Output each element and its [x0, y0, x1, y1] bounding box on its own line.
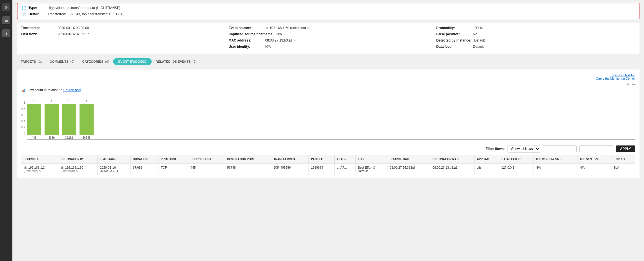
filter-input-1[interactable] — [543, 145, 577, 152]
tab-event-evidence[interactable]: EVENT EVIDENCE — [113, 58, 151, 65]
alert-detail-row: 📄 Detail: Transferred: 1.92 GiB, top pee… — [21, 12, 635, 16]
user-identity-label: User identity: — [229, 45, 263, 49]
first-flow-value: 2020-03-16 07:59:17 — [58, 32, 89, 36]
edit-row-icon[interactable]: ✎ — [39, 169, 41, 173]
bar-col-3389: 1 3389 — [45, 100, 59, 139]
col-packets: PACKETS — [309, 155, 335, 163]
bar-445 — [27, 104, 41, 135]
table-body: 🖥 192.168.1.2(unknown) ✎ 🖥 192.168.1.50(… — [21, 163, 635, 175]
query-monitoring-link[interactable]: Query the Monitoring Center — [596, 77, 635, 80]
col-destination-port: DESTINATION PORT — [225, 155, 271, 163]
cell-flags: ....AP... — [335, 163, 356, 175]
tab-categories[interactable]: CATEGORIES (0) — [78, 58, 113, 65]
event-source-label: Event source: — [229, 26, 263, 30]
filter-select[interactable]: Show all flows Filter by IP Filter by po… — [508, 145, 540, 153]
bars-row: 1 445 1 3389 1 39282 1 — [27, 105, 635, 139]
info-col-1: Timestamp: 2020-03-16 08:00:00 First flo… — [21, 26, 220, 51]
detail-value: Transferred: 1.92 GiB, top peer transfer… — [48, 12, 123, 16]
bar-col-445: 1 445 — [27, 100, 41, 139]
bar-col-39282: 1 39282 — [62, 100, 76, 139]
dest-ip-icon: 🖥 — [61, 166, 64, 169]
user-identity-row: User identity: N/A — [229, 45, 428, 49]
cell-source-port: 445 — [188, 163, 225, 175]
mac-value: 08:00:27:13:b3:a1 ✎ — [265, 38, 296, 42]
detected-value: Default — [474, 38, 485, 42]
cell-source-ip: 🖥 192.168.1.2(unknown) ✎ — [21, 163, 58, 175]
sidebar-info-icon[interactable]: ℹ — [2, 29, 10, 37]
captured-hostname-label: Captured source hostname: — [229, 32, 274, 36]
apply-button[interactable]: APPLY — [616, 145, 635, 152]
cell-packets: 1369674 — [309, 163, 335, 175]
mac-label: MAC address: — [229, 38, 263, 42]
x-axis-line — [27, 139, 635, 140]
cell-tcp-ttl: N/A — [612, 163, 635, 175]
col-duration: DURATION — [131, 155, 158, 163]
cell-tcp-syn: N/A — [577, 163, 612, 175]
edit-event-source-icon[interactable]: ✎ — [307, 27, 309, 30]
col-tcp-window: TCP WINDOW SIZE — [533, 155, 577, 163]
cell-destination-mac: 08:00:27:13:b3:a1 — [430, 163, 474, 175]
detail-label: Detail: — [28, 12, 45, 16]
false-positive-row: False positive: No — [436, 32, 636, 36]
cell-timestamp: 2020-03-1607:59:23.734 — [98, 163, 131, 175]
bar-56748 — [80, 104, 94, 135]
info-col-3: Probability: 100 % False positive: No De… — [436, 26, 636, 51]
y-axis: 1 0.8 0.6 0.4 0.2 0 — [21, 101, 25, 141]
info-grid: Timestamp: 2020-03-16 08:00:00 First flo… — [17, 23, 639, 54]
tab-related-ids[interactable]: RELATED IDS EVENTS (2) — [152, 58, 201, 65]
redo-button[interactable]: ↪ — [632, 82, 635, 86]
source-ip-icon: 🖥 — [24, 166, 27, 169]
chart-section: Save as a text file Query the Monitoring… — [17, 69, 639, 178]
cell-tos: Best Effort &Default — [356, 163, 387, 175]
info-col-2: Event source: 🖥 192.168.1.50 (unknown) ✎… — [229, 26, 428, 51]
col-source-ip: SOURCE IP — [21, 155, 58, 163]
chart-title-link[interactable]: Source port — [63, 88, 81, 92]
sidebar-list-icon[interactable]: ☰ — [2, 16, 10, 24]
probability-value: 100 % — [473, 26, 482, 30]
detected-row: Detected by instance: Default — [436, 38, 636, 42]
col-app-tag: APP TAG — [475, 155, 499, 163]
undo-button[interactable]: ↩ — [627, 82, 630, 86]
cell-tcp-window: N/A — [533, 163, 577, 175]
col-protocol: PROTOCOL — [158, 155, 188, 163]
main-content: 🌐 Type: High volume of transferred data … — [12, 0, 644, 261]
timestamp-label: Timestamp: — [21, 26, 55, 30]
chart-icon: 📊 — [21, 88, 26, 92]
bar-39282 — [62, 104, 76, 135]
sidebar-settings-icon[interactable]: ⚙ — [2, 3, 10, 11]
probability-label: Probability: — [436, 26, 470, 30]
col-transferred: TRANSFERRED — [271, 155, 309, 163]
edit-dest-icon[interactable]: ✎ — [76, 169, 78, 173]
col-source-mac: SOURCE MAC — [387, 155, 430, 163]
col-tcp-syn: TCP SYN SIZE — [577, 155, 612, 163]
tab-targets[interactable]: TARGETS (1) — [17, 58, 46, 65]
timestamp-value: 2020-03-16 08:00:00 — [58, 26, 89, 30]
event-source-value: 🖥 192.168.1.50 (unknown) ✎ — [265, 26, 309, 30]
cell-app-tag: cifs — [475, 163, 499, 175]
data-feed-row: Data feed: Default — [436, 45, 636, 49]
chart-title-text: Flow count — [27, 88, 43, 92]
top-right-links: Save as a text file Query the Monitoring… — [21, 73, 635, 81]
save-text-file-link[interactable]: Save as a text file — [610, 73, 635, 77]
type-value: High volume of transferred data (HIGHTRA… — [48, 6, 120, 10]
col-timestamp: TIMESTAMP — [98, 155, 131, 163]
chart-title-prefix: in relation to — [44, 88, 63, 92]
col-tos: TOS — [356, 155, 387, 163]
flows-table-container: SOURCE IP DESTINATION IP TIMESTAMP DURAT… — [21, 155, 635, 175]
doc-icon: 📄 — [21, 12, 26, 16]
bar-chart: 1 0.8 0.6 0.4 0.2 0 1 445 1 33 — [21, 95, 635, 141]
filter-input-2[interactable] — [579, 145, 613, 152]
bar-col-56748: 1 56748 — [80, 100, 94, 139]
cell-destination-port: 56748 — [225, 163, 271, 175]
undo-redo: ↩ ↪ — [21, 82, 635, 86]
chart-title: 📊 Flow count in relation to Source port — [21, 88, 635, 92]
tab-comments[interactable]: COMMENTS (0) — [46, 58, 78, 65]
filter-label: Filter flows: — [486, 147, 505, 151]
bar-3389 — [45, 104, 59, 135]
first-flow-row: First flow: 2020-03-16 07:59:17 — [21, 32, 220, 36]
detected-label: Detected by instance: — [436, 38, 471, 42]
bars-container: 1 445 1 3389 1 39282 1 — [27, 105, 635, 141]
false-positive-value: No — [473, 32, 477, 36]
tabs-bar: TARGETS (1) COMMENTS (0) CATEGORIES (0) … — [17, 58, 639, 65]
edit-mac-icon[interactable]: ✎ — [294, 39, 296, 42]
